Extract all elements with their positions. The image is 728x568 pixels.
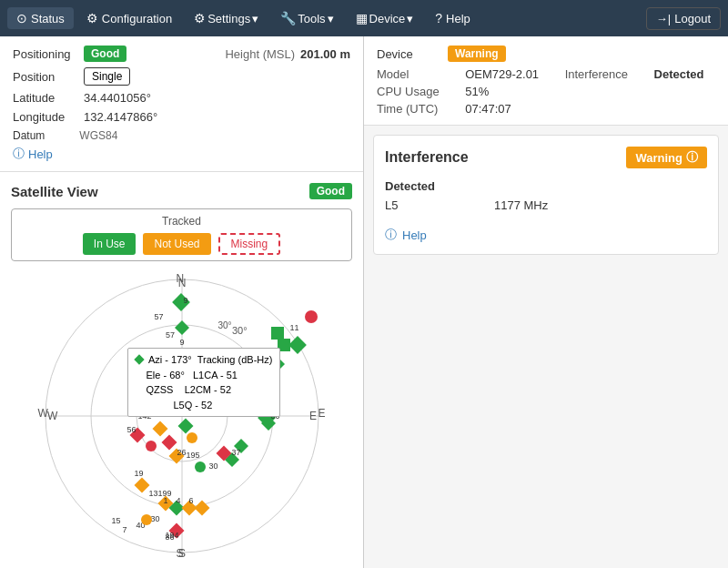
position-label: Position (13, 70, 76, 84)
interference-help-label: Help (402, 228, 427, 242)
interference-detected-value: Detected (654, 67, 715, 81)
device-grid: Model OEM729-2.01 Interference Detected … (377, 67, 715, 116)
longitude-row: Longitude 132.4147866° (13, 110, 350, 124)
latitude-label: Latitude (13, 91, 76, 105)
longitude-label: Longitude (13, 110, 76, 124)
height-label: Height (MSL) (225, 47, 295, 61)
freq-value: 1177 MHz (494, 198, 548, 212)
positioning-help-label: Help (28, 147, 53, 161)
satellite-header: Satellite View Good (11, 183, 352, 199)
nav-configuration[interactable]: ⚙ Configuration (77, 7, 181, 29)
svg-text:9: 9 (179, 338, 184, 347)
in-use-button[interactable]: In Use (83, 233, 136, 255)
datum-value: WGS84 (79, 129, 117, 142)
tooltip-l1ca: L1CA - 51 (193, 370, 238, 380)
logout-label: Logout (674, 12, 711, 25)
positioning-label: Positioning (13, 47, 76, 61)
tracked-box: Tracked In Use Not Used Missing (11, 208, 352, 261)
freq-row: L5 1177 MHz (385, 198, 707, 212)
logout-button[interactable]: →| Logout (646, 7, 721, 30)
help-circle-icon-interference: ⓘ (385, 227, 397, 243)
svg-text:W: W (47, 410, 58, 422)
cpu-value: 51% (465, 85, 550, 98)
device-header-row: Device Warning (377, 46, 715, 62)
satellite-section: Satellite View Good Tracked In Use Not U… (0, 172, 363, 568)
interference-header: Interference Warning ⓘ (385, 147, 707, 168)
settings-icon: ⚙ (194, 11, 206, 25)
help-circle-icon: ⓘ (13, 146, 25, 162)
navbar: ⊙ Status ⚙ Configuration ⚙ Settings ▾ 🔧 … (0, 0, 728, 36)
device-status-badge: Warning (448, 46, 506, 62)
missing-button[interactable]: Missing (218, 233, 281, 255)
main-content: Positioning Good Height (MSL) 201.00 m P… (0, 36, 728, 568)
positioning-section: Positioning Good Height (MSL) 201.00 m P… (0, 36, 363, 172)
positioning-status-badge: Good (84, 46, 126, 62)
positioning-help-link[interactable]: ⓘ Help (13, 146, 350, 162)
svg-text:57: 57 (165, 330, 174, 340)
datum-label: Datum (13, 129, 76, 142)
detected-title: Detected (385, 179, 707, 193)
interference-section: Interference Warning ⓘ Detected L5 1177 … (373, 135, 719, 255)
interference-warning-badge: Warning ⓘ (626, 147, 707, 168)
time-value: 07:47:07 (465, 102, 550, 116)
tooltip-tracking-label: Tracking (dB-Hz) (197, 354, 273, 365)
tooltip-l2cm: L2CM - 52 (185, 384, 231, 395)
device-chevron-icon: ▾ (407, 12, 413, 25)
tooltip-sat: QZSS (147, 384, 174, 395)
satellite-title: Satellite View (11, 184, 98, 199)
tooltip-l5q: L5Q - 52 (174, 400, 213, 411)
tracked-label: Tracked (162, 215, 201, 228)
right-panel: Device Warning Model OEM729-2.01 Interfe… (364, 36, 728, 568)
nav-status[interactable]: ⊙ Status (7, 7, 74, 29)
device-main-label: Device (377, 47, 440, 61)
tools-icon: 🔧 (280, 11, 296, 25)
position-row: Position Single (13, 67, 350, 86)
polar-plot: N S E W 30° (36, 270, 328, 562)
nav-status-label: Status (31, 12, 65, 25)
datum-row: Datum WGS84 (13, 129, 350, 142)
satellite-tooltip: Azi - 173° Tracking (dB-Hz) Ele - 68° L1… (127, 348, 281, 417)
detected-section: Detected L5 1177 MHz (385, 179, 707, 212)
nav-help[interactable]: ? Help (426, 7, 480, 29)
device-icon: ▦ (356, 11, 368, 25)
nav-settings-label: Settings (207, 12, 250, 25)
nav-settings[interactable]: ⚙ Settings ▾ (185, 7, 268, 29)
not-used-button[interactable]: Not Used (143, 233, 210, 255)
left-panel: Positioning Good Height (MSL) 201.00 m P… (0, 36, 364, 568)
model-label: Model (377, 67, 450, 81)
nav-tools[interactable]: 🔧 Tools ▾ (271, 7, 342, 29)
status-icon: ⊙ (16, 11, 27, 25)
freq-band: L5 (385, 198, 494, 212)
latitude-value: 34.4401056° (84, 91, 151, 105)
interference-label: Interference (565, 67, 640, 81)
nav-tools-label: Tools (298, 12, 325, 25)
interference-title: Interference (385, 149, 469, 166)
satellite-status-badge: Good (309, 183, 352, 199)
svg-text:S: S (177, 547, 185, 560)
tooltip-ele: Ele - 68° (147, 370, 185, 380)
help-icon: ? (435, 11, 442, 25)
nav-device-label: Device (369, 12, 406, 25)
nav-help-label: Help (446, 12, 470, 25)
model-value: OEM729-2.01 (465, 67, 550, 81)
interference-help-link[interactable]: ⓘ Help (385, 227, 707, 243)
cpu-label: CPU Usage (377, 85, 450, 98)
nav-configuration-label: Configuration (102, 12, 172, 25)
height-value: 201.00 m (300, 47, 350, 61)
tooltip-triangle-icon (134, 354, 144, 364)
settings-chevron-icon: ▾ (252, 12, 258, 25)
tools-chevron-icon: ▾ (328, 12, 334, 25)
svg-text:E: E (308, 410, 316, 422)
time-label: Time (UTC) (377, 102, 450, 116)
nav-device[interactable]: ▦ Device ▾ (347, 7, 423, 29)
positioning-row: Positioning Good Height (MSL) 201.00 m (13, 46, 350, 62)
latitude-row: Latitude 34.4401056° (13, 91, 350, 105)
config-icon: ⚙ (86, 11, 98, 25)
tooltip-azi: Azi - 173° (148, 354, 192, 365)
logout-icon: →| (656, 12, 671, 25)
longitude-value: 132.4147866° (84, 110, 157, 124)
device-section: Device Warning Model OEM729-2.01 Interfe… (364, 36, 728, 126)
warning-info-icon: ⓘ (686, 149, 698, 166)
tracked-buttons: In Use Not Used Missing (83, 233, 280, 255)
svg-text:30°: 30° (232, 325, 248, 336)
